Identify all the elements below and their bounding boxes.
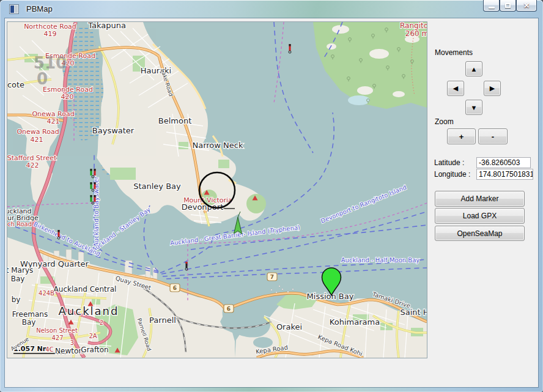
movements-label: Movements	[435, 48, 473, 57]
map-label: t Marys	[7, 266, 33, 275]
window-title: PBMap	[26, 4, 53, 13]
map-label: 4C	[45, 346, 53, 353]
openseamap-label: OpenSeaMap	[457, 229, 502, 238]
map-label: Freemans	[12, 310, 48, 319]
right-arrow-icon: ▶	[490, 84, 495, 92]
zoom-in-button[interactable]: +	[447, 128, 476, 144]
caption-buttons: ✕	[483, 0, 537, 12]
close-button[interactable]: ✕	[516, 0, 537, 12]
map-label: Nelson Street	[36, 327, 78, 334]
move-up-button[interactable]: ▲	[465, 61, 482, 76]
buoy-icon	[90, 169, 92, 171]
minimize-icon	[489, 7, 495, 9]
longitude-label: Longitude :	[434, 170, 470, 179]
map-label: Kohimarama	[330, 317, 380, 327]
buoy-icon	[289, 44, 291, 46]
move-down-button[interactable]: ▼	[465, 100, 482, 115]
route-shield-label: 6	[227, 306, 231, 312]
add-marker-button[interactable]: Add Marker	[435, 191, 525, 207]
zoom-out-button[interactable]: -	[478, 128, 508, 144]
buoy-icon	[94, 195, 96, 198]
longitude-input[interactable]	[476, 169, 533, 180]
map-label: 0	[37, 70, 48, 88]
left-arrow-icon: ◀	[453, 84, 458, 92]
map-label: ch Road	[7, 221, 32, 227]
buoy-icon	[94, 169, 96, 171]
latitude-label: Latitude :	[434, 158, 464, 167]
map-label: Bayswater	[92, 126, 135, 135]
buoy-icon	[94, 182, 96, 185]
maximize-icon	[505, 3, 511, 8]
buoy-icon	[58, 230, 60, 232]
map-label: Orakei	[276, 322, 302, 331]
map-label: Parnell	[149, 316, 176, 325]
load-gpx-button[interactable]: Load GPX	[435, 208, 525, 224]
map-label: Auckland - Half Moon Bay	[341, 257, 420, 264]
app-icon	[9, 4, 19, 14]
map-label: Onewa Road	[17, 128, 59, 136]
map-label: 424B	[39, 290, 54, 297]
map-label: by	[12, 295, 21, 304]
map-label: 3	[70, 339, 74, 346]
move-left-button[interactable]: ◀	[447, 81, 464, 96]
app-window: PBMap ✕	[0, 0, 543, 392]
close-icon: ✕	[523, 2, 530, 9]
map-label: Narrow Neck	[193, 141, 243, 150]
map-label: Belmont	[158, 116, 191, 125]
map-label: 260 m	[405, 29, 427, 38]
move-right-button[interactable]: ▶	[484, 81, 501, 96]
minus-icon: -	[492, 132, 494, 141]
load-gpx-label: Load GPX	[463, 212, 497, 220]
map-label: 422	[26, 161, 39, 169]
map-label: Takapuna	[87, 22, 126, 30]
map-label: 2A	[89, 333, 97, 339]
map-label: 421	[31, 136, 43, 144]
map-canvas[interactable]: 1.057 Nm TakapunaHaurakicoteBayswaterBel…	[7, 22, 427, 358]
zoom-label: Zoom	[435, 117, 454, 126]
latitude-input[interactable]	[476, 157, 531, 168]
map-label: Newton	[55, 347, 83, 355]
map-label: cote	[7, 80, 24, 89]
map-label: Mount Victoria	[183, 196, 232, 204]
map-label: 427	[51, 335, 63, 341]
add-marker-label: Add Marker	[460, 194, 498, 203]
up-arrow-icon: ▲	[471, 65, 478, 73]
buoy-icon	[90, 195, 92, 198]
map-label: Saint He	[400, 308, 427, 317]
map-label: 421	[47, 117, 60, 125]
plus-icon: +	[459, 132, 464, 141]
map-label: 419	[44, 30, 57, 38]
buoy-icon	[186, 262, 188, 264]
buoy-icon	[90, 182, 92, 185]
map-label: Auckland Central	[54, 285, 117, 294]
maximize-button[interactable]	[500, 0, 516, 12]
route-shield-label: 7	[270, 274, 274, 280]
openseamap-button[interactable]: OpenSeaMap	[435, 226, 525, 241]
map-label: Bay	[11, 275, 25, 283]
route-shield-label: 6	[173, 285, 177, 291]
map-label: 2	[100, 319, 103, 326]
client-area: 1.057 Nm TakapunaHaurakicoteBayswaterBel…	[5, 18, 538, 387]
map-label: Auckland	[59, 305, 119, 317]
titlebar[interactable]: PBMap ✕	[0, 0, 543, 18]
minimize-button[interactable]	[483, 0, 500, 12]
down-arrow-icon: ▼	[471, 104, 478, 111]
map-label: 420	[61, 93, 74, 101]
map-label: Bay	[22, 318, 36, 327]
map-label: Stanley Bay	[133, 182, 181, 191]
map-label: Grafton	[81, 346, 108, 354]
